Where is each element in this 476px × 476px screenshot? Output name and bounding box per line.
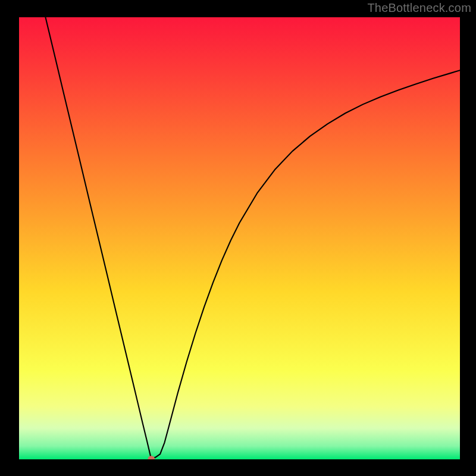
chart-frame: TheBottleneck.com: [0, 0, 476, 476]
gradient-background: [19, 17, 460, 459]
watermark-text: TheBottleneck.com: [367, 1, 471, 15]
bottleneck-chart: [19, 17, 460, 459]
